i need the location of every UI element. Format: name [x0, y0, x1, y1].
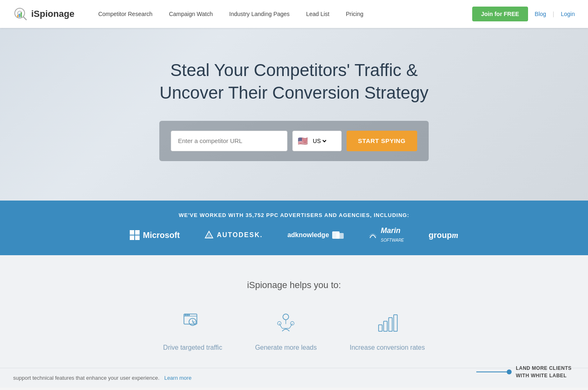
login-link[interactable]: Login	[561, 11, 575, 17]
leads-label: Generate more leads	[255, 344, 317, 351]
white-label-text: LAND MORE CLIENTS WITH WHITE LABEL	[516, 365, 572, 379]
conversion-label: Increase conversion rates	[349, 344, 425, 351]
traffic-label: Drive targeted traffic	[163, 344, 222, 351]
nav-divider: |	[553, 11, 554, 17]
hero-content: Steal Your Competitors' Traffic & Uncove…	[159, 59, 428, 161]
bottom-bar-text: support technical features that enhance …	[13, 375, 191, 381]
svg-rect-31	[394, 315, 397, 331]
helps-title: iSpionage helps you to:	[16, 280, 572, 291]
helps-item-conversion: Increase conversion rates	[349, 311, 425, 351]
svg-rect-8	[130, 235, 134, 240]
helps-item-leads: Generate more leads	[255, 311, 317, 351]
start-spying-button[interactable]: START SPYING	[347, 131, 417, 151]
svg-point-23	[283, 314, 289, 320]
leads-icon	[273, 311, 299, 337]
svg-rect-13	[336, 233, 344, 239]
helps-section: iSpionage helps you to: Drive targeted t…	[0, 255, 588, 368]
support-text: support technical features that enhance …	[13, 375, 159, 381]
helps-grid: Drive targeted traffic Generate more lea…	[16, 311, 572, 351]
white-label-line1: LAND MORE CLIENTS	[516, 365, 572, 371]
groupm-logo: groupm	[429, 231, 458, 240]
svg-rect-4	[19, 14, 20, 17]
hero-title-line2: Uncover Their Conversion Strategy	[159, 83, 428, 102]
svg-rect-3	[17, 15, 18, 17]
conversion-icon	[374, 311, 400, 337]
white-label-line2: WITH WHITE LABEL	[516, 373, 567, 378]
bottom-bar: support technical features that enhance …	[0, 368, 588, 388]
nav-pricing[interactable]: Pricing	[338, 7, 371, 21]
svg-rect-29	[384, 321, 387, 332]
microsoft-logo: Microsoft	[130, 230, 180, 240]
brand-name: iSpionage	[31, 9, 74, 19]
clients-title: WE'VE WORKED WITH 35,752 PPC ADVERTISERS…	[179, 212, 409, 218]
svg-point-16	[185, 314, 186, 316]
nav-industry-landing-pages[interactable]: Industry Landing Pages	[222, 7, 297, 21]
svg-point-18	[188, 314, 190, 316]
join-free-button[interactable]: Join for FREE	[472, 7, 528, 21]
hero-title-line1: Steal Your Competitors' Traffic &	[170, 60, 418, 80]
helps-item-traffic: Drive targeted traffic	[163, 311, 222, 351]
marin-name: MarinSOFTWARE	[381, 226, 404, 244]
promo-line-decoration	[476, 372, 509, 372]
logo-icon	[13, 7, 28, 21]
blog-link[interactable]: Blog	[535, 11, 546, 17]
marin-icon	[368, 231, 377, 240]
adknowledge-icon	[332, 231, 344, 240]
competitor-url-input[interactable]	[171, 131, 287, 151]
hero-section: Steal Your Competitors' Traffic & Uncove…	[0, 28, 588, 201]
svg-rect-28	[379, 325, 382, 331]
autodesk-logo: AUTODESK.	[204, 231, 263, 240]
microsoft-icon	[130, 230, 140, 240]
svg-rect-30	[389, 318, 393, 331]
svg-rect-7	[135, 230, 140, 235]
traffic-icon	[179, 311, 206, 337]
clients-logos: Microsoft AUTODESK. adknowledge	[130, 226, 458, 244]
groupm-name: groupm	[429, 231, 458, 240]
navbar: iSpionage Competitor Research Campaign W…	[0, 0, 588, 28]
microsoft-name: Microsoft	[143, 231, 180, 240]
learn-more-link[interactable]: Learn more	[164, 375, 191, 381]
nav-right: Join for FREE Blog | Login	[472, 7, 575, 21]
autodesk-name: AUTODESK.	[217, 231, 263, 239]
us-flag-icon: 🇺🇸	[298, 136, 308, 146]
search-box: 🇺🇸 US UK CA AU START SPYING	[159, 121, 428, 161]
clients-band: WE'VE WORKED WITH 35,752 PPC ADVERTISERS…	[0, 201, 588, 255]
adknowledge-logo: adknowledge	[287, 231, 344, 240]
autodesk-icon	[204, 231, 214, 240]
svg-line-2	[23, 17, 26, 20]
brand-logo[interactable]: iSpionage	[13, 7, 74, 21]
nav-campaign-watch[interactable]: Campaign Watch	[161, 7, 220, 21]
hero-title: Steal Your Competitors' Traffic & Uncove…	[159, 59, 428, 104]
adknowledge-name: adknowledge	[287, 231, 329, 239]
nav-links: Competitor Research Campaign Watch Indus…	[91, 7, 472, 21]
svg-rect-9	[135, 235, 140, 240]
svg-rect-5	[21, 12, 22, 17]
country-select-dropdown[interactable]: US UK CA AU	[311, 137, 328, 145]
white-label-promo: LAND MORE CLIENTS WITH WHITE LABEL	[476, 365, 572, 379]
marin-logo: MarinSOFTWARE	[368, 226, 404, 244]
country-selector[interactable]: 🇺🇸 US UK CA AU	[292, 131, 342, 151]
svg-point-17	[187, 314, 188, 316]
svg-rect-6	[130, 230, 134, 235]
nav-lead-list[interactable]: Lead List	[299, 7, 337, 21]
nav-competitor-research[interactable]: Competitor Research	[91, 7, 160, 21]
